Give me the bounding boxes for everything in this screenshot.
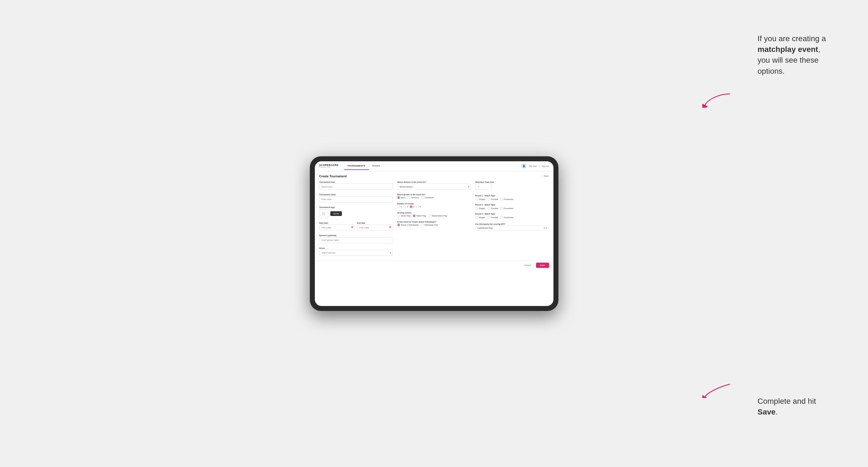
gender-combined-option[interactable]: Combined	[421, 196, 434, 199]
gender-mens-label: Mens	[401, 197, 405, 198]
round3-foursomes-label: Foursomes	[504, 217, 514, 218]
round1-singles-label: Singles	[479, 198, 485, 200]
tab-tournaments[interactable]: TOURNAMENTS	[344, 162, 369, 170]
scoring-medal-option[interactable]: Medal Match Play	[428, 214, 447, 217]
round3-singles-radio[interactable]	[475, 216, 478, 219]
round2-fourball-radio[interactable]	[488, 207, 490, 210]
nav-right: 👤 Test User | Sign out	[521, 163, 549, 168]
round1-fourball-option[interactable]: Fourball	[488, 198, 498, 200]
arrow-matchplay	[702, 91, 736, 108]
round2-match-type-label: Round 2 - Match Type	[475, 204, 549, 206]
round3-singles-option[interactable]: Singles	[475, 216, 485, 219]
gender-mens-option[interactable]: Mens	[397, 196, 405, 199]
rounds-2-radio[interactable]	[403, 205, 406, 208]
rounds-3-option[interactable]: 3	[410, 205, 414, 208]
scoring-medal-radio[interactable]	[428, 214, 431, 217]
rounds-3-radio[interactable]	[410, 205, 412, 208]
scoring-stroke-option[interactable]: Stroke Play	[397, 214, 411, 217]
round1-singles-option[interactable]: Singles	[475, 198, 485, 200]
round3-fourball-radio[interactable]	[488, 216, 490, 219]
api-field: Use third-party live scoring API? Leader…	[475, 223, 549, 230]
start-date-input[interactable]	[319, 224, 355, 230]
rounds-2-option[interactable]: 2	[403, 205, 408, 208]
rounds-radio-group: 1 2 3 4	[397, 205, 471, 208]
event-teams-option[interactable]: Teams (+Individuals)	[397, 223, 418, 226]
api-dropdown-icon[interactable]: ▾	[546, 227, 547, 229]
event-type-radio-group: Teams (+Individuals) Individuals Only	[397, 223, 471, 226]
bottom-bar: Cancel Save	[315, 261, 553, 270]
event-individuals-radio[interactable]	[421, 223, 424, 226]
round3-fourball-option[interactable]: Fourball	[488, 216, 498, 219]
end-date-field: End date	[357, 222, 393, 231]
tournament-host-label: Tournament Host	[319, 181, 393, 183]
gender-mens-radio[interactable]	[397, 196, 400, 199]
event-individuals-option[interactable]: Individuals Only	[421, 223, 438, 226]
round3-fourball-label: Fourball	[491, 217, 498, 218]
save-button[interactable]: Save	[536, 262, 549, 268]
scoring-system-label: Scoring system	[397, 212, 471, 214]
form-header: Create Tournament ← Back	[319, 175, 549, 178]
nav-bar: SCOREBOARD Powered by clippit TOURNAMENT…	[315, 161, 553, 171]
sponsor-input[interactable]	[319, 237, 393, 243]
annotation-save-text: Complete and hit Save.	[757, 397, 816, 416]
api-select-wrapper[interactable]: Leaderboard King ✕ ▾	[475, 226, 549, 230]
round2-fourball-option[interactable]: Fourball	[488, 207, 498, 210]
round2-singles-option[interactable]: Singles	[475, 207, 485, 210]
api-clear-icon[interactable]: ✕	[544, 227, 546, 229]
gender-womens-option[interactable]: Womens	[408, 196, 419, 199]
app-logo: SCOREBOARD Powered by clippit	[319, 164, 339, 168]
scoring-match-radio[interactable]	[413, 214, 415, 217]
tournament-logo-label: Tournament logo	[319, 206, 393, 208]
gender-combined-radio[interactable]	[421, 196, 424, 199]
rounds-1-radio[interactable]	[397, 205, 400, 208]
round3-foursomes-radio[interactable]	[500, 216, 503, 219]
scoring-match-option[interactable]: Match Play	[413, 214, 426, 217]
round2-foursomes-radio[interactable]	[500, 207, 503, 210]
page-title: Create Tournament	[319, 175, 347, 178]
round1-radio-group: Singles Fourball Foursomes	[475, 198, 549, 200]
scoring-stroke-radio[interactable]	[397, 214, 400, 217]
round1-foursomes-radio[interactable]	[500, 198, 503, 200]
round2-foursomes-option[interactable]: Foursomes	[500, 207, 514, 210]
rounds-4-radio[interactable]	[416, 205, 419, 208]
sign-out-link[interactable]: Sign out	[542, 165, 549, 167]
event-type-label: Is this event for Teams and/or Individua…	[397, 221, 471, 223]
round1-fourball-radio[interactable]	[488, 198, 490, 200]
cancel-button[interactable]: Cancel	[521, 262, 534, 268]
rounds-1-option[interactable]: 1	[397, 205, 402, 208]
max-team-size-input[interactable]	[475, 184, 492, 190]
form-container: Create Tournament ← Back Tournament Host…	[315, 171, 553, 261]
user-name: Test User	[529, 165, 537, 167]
round3-foursomes-option[interactable]: Foursomes	[500, 216, 514, 219]
rounds-field: Number of rounds 1 2	[397, 203, 471, 208]
gender-field: Which gender is the event for? Mens Wome…	[397, 194, 471, 199]
tab-teams[interactable]: TEAMS	[369, 162, 383, 170]
form-column-left: Tournament Host Tournament name Tourname…	[319, 181, 393, 258]
venue-input[interactable]	[319, 250, 393, 256]
annotation-save: Complete and hit Save.	[757, 396, 835, 417]
start-date-wrapper	[319, 224, 355, 231]
tournament-host-input[interactable]	[319, 184, 393, 190]
end-date-input[interactable]	[357, 224, 393, 230]
scoring-stroke-label: Stroke Play	[401, 215, 411, 217]
event-teams-radio[interactable]	[397, 223, 400, 226]
round1-singles-radio[interactable]	[475, 198, 478, 200]
gender-womens-radio[interactable]	[408, 196, 410, 199]
division-select[interactable]: NCAA Division I NCAA Division II NCAA Di…	[397, 184, 471, 190]
round2-singles-radio[interactable]	[475, 207, 478, 210]
tablet-screen: SCOREBOARD Powered by clippit TOURNAMENT…	[315, 161, 553, 306]
division-field: Which division is the event for? NCAA Di…	[397, 181, 471, 190]
date-fields: Start date End date	[319, 222, 393, 231]
upload-button[interactable]: Upload	[330, 211, 342, 216]
tournament-name-input[interactable]	[319, 196, 393, 203]
nav-separator: |	[539, 165, 539, 167]
api-selected-value: Leaderboard King	[477, 227, 493, 229]
back-button[interactable]: ← Back	[541, 175, 549, 177]
round1-foursomes-option[interactable]: Foursomes	[500, 198, 514, 200]
event-individuals-label: Individuals Only	[425, 224, 438, 226]
gender-radio-group: Mens Womens Combined	[397, 196, 471, 199]
rounds-4-label: 4	[420, 206, 421, 208]
rounds-4-option[interactable]: 4	[416, 205, 421, 208]
scoring-radio-group: Stroke Play Match Play Medal Match Play	[397, 214, 471, 217]
form-columns: Tournament Host Tournament name Tourname…	[319, 181, 549, 258]
